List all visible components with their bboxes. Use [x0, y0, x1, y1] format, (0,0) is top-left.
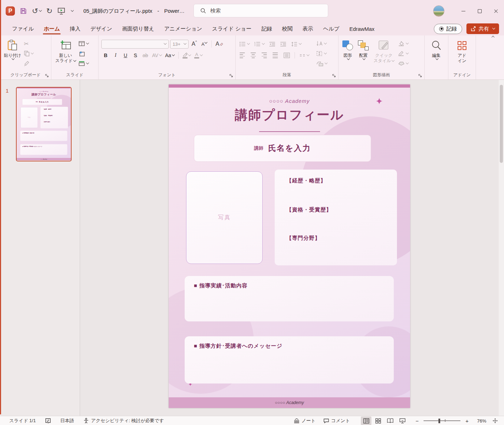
align-text-button[interactable] [315, 50, 328, 57]
scrollbar-thumb[interactable] [500, 85, 503, 163]
font-name-combo[interactable] [101, 40, 169, 49]
powerpoint-app-icon[interactable]: P [6, 6, 15, 16]
slideshow-view-button[interactable] [397, 416, 408, 425]
drawing-dialog-launcher[interactable] [418, 74, 422, 78]
profile-info-card[interactable]: 【経歴・略歴】 【資格・受賞歴】 【専門分野】 [275, 170, 397, 265]
clipboard-dialog-launcher[interactable] [45, 74, 49, 78]
undo-button[interactable]: ↺ [32, 7, 41, 15]
vertical-scrollbar[interactable] [499, 80, 504, 416]
copy-button[interactable] [23, 50, 34, 57]
zoom-in-button[interactable]: + [464, 418, 470, 424]
zoom-level[interactable]: 76% [471, 418, 486, 424]
shadow-button[interactable]: S [131, 51, 140, 60]
reset-slide-button[interactable] [78, 50, 90, 57]
comments-button[interactable]: コメント [320, 416, 353, 425]
slide-canvas[interactable]: ○○○○ Academy 講師プロフィール 講師 氏名を入力 写真 【経歴・略歴… [80, 80, 504, 416]
decrease-indent-button[interactable] [268, 40, 276, 48]
editing-button[interactable]: 編集 [429, 38, 443, 79]
tab-insert[interactable]: 挿入 [65, 22, 85, 35]
highlighter-icon [183, 53, 187, 59]
tab-record[interactable]: 記録 [257, 22, 277, 35]
slide-brand[interactable]: ○○○○ Academy [169, 98, 410, 104]
collapse-ribbon-button[interactable] [492, 36, 494, 39]
bold-button[interactable]: B [101, 51, 110, 60]
slide-sorter-view-button[interactable] [373, 416, 383, 425]
italic-button[interactable]: I [111, 51, 120, 60]
slide-layout-button[interactable] [78, 40, 90, 48]
zoom-slider-thumb[interactable] [438, 419, 440, 423]
normal-view-button[interactable] [361, 416, 371, 425]
shape-fill-button[interactable] [397, 40, 409, 48]
numbering-button[interactable] [253, 40, 265, 48]
record-button[interactable]: 記録 [434, 24, 462, 34]
spellcheck-button[interactable] [45, 418, 51, 424]
columns-button[interactable] [298, 51, 310, 59]
language-button[interactable]: 日本語 [60, 418, 74, 424]
user-avatar[interactable] [433, 5, 444, 17]
maximize-button[interactable] [471, 0, 488, 22]
drawing-group-label: 図形描画 [338, 72, 424, 78]
character-spacing-button[interactable]: AV [151, 51, 163, 60]
chevron-down-icon [299, 42, 302, 45]
increase-indent-button[interactable] [279, 40, 287, 48]
section-button[interactable] [78, 60, 90, 67]
cut-button[interactable]: ✂ [23, 40, 34, 48]
format-painter-button[interactable] [23, 60, 34, 67]
grow-font-button[interactable]: A^ [190, 39, 198, 49]
line-spacing-button[interactable] [290, 40, 302, 48]
minimize-button[interactable] [455, 0, 471, 22]
customize-qat-button[interactable] [70, 10, 73, 12]
activity-card[interactable]: ■ 指導実績･活動内容 [185, 276, 394, 321]
distribute-text-button[interactable] [282, 51, 291, 59]
align-right-button[interactable] [261, 51, 268, 59]
instructor-name-card[interactable]: 講師 氏名を入力 [194, 135, 371, 162]
accessibility-button[interactable]: アクセシビリティ: 検討が必要です [83, 418, 164, 424]
change-case-button[interactable]: Aa [164, 51, 175, 60]
text-direction-button[interactable] [315, 40, 328, 48]
shrink-font-button[interactable]: A [200, 39, 208, 49]
share-label: 共有 [478, 26, 489, 32]
align-left-button[interactable] [239, 51, 246, 59]
strikethrough-button[interactable]: ab [141, 51, 150, 60]
tab-home[interactable]: ホーム [39, 22, 65, 35]
convert-smartart-button[interactable] [315, 60, 328, 67]
save-button[interactable] [20, 7, 27, 15]
notes-button[interactable]: ノート [290, 416, 319, 425]
justify-button[interactable] [271, 51, 279, 59]
tab-transitions[interactable]: 画面切り替え [117, 22, 159, 35]
paragraph-dialog-launcher[interactable] [332, 74, 336, 78]
font-color-button[interactable]: A [193, 51, 203, 60]
font-dialog-launcher[interactable] [229, 74, 233, 78]
slide-thumbnail[interactable]: ○○○○ Academy 講師プロフィール 講師氏名を入力 写真 【経歴・略歴】… [16, 87, 72, 161]
photo-placeholder[interactable]: 写真 [186, 171, 263, 264]
font-size-combo[interactable]: 13+ [170, 40, 189, 49]
tab-review[interactable]: 校閲 [277, 22, 298, 35]
tab-animations[interactable]: アニメーション [159, 22, 207, 35]
redo-button[interactable]: ↻ [46, 7, 53, 15]
start-slideshow-button[interactable] [57, 7, 65, 15]
shape-fill-icon [398, 41, 404, 46]
tab-help[interactable]: ヘルプ [318, 22, 345, 35]
tab-view[interactable]: 表示 [298, 22, 318, 35]
tab-design[interactable]: デザイン [85, 22, 117, 35]
tab-slideshow[interactable]: スライド ショー [207, 22, 256, 35]
clear-formatting-button[interactable]: A [214, 39, 224, 49]
shape-outline-button[interactable] [397, 50, 409, 57]
tab-file[interactable]: ファイル [7, 22, 39, 35]
zoom-out-button[interactable]: − [414, 418, 420, 424]
slide-title[interactable]: 講師プロフィール [169, 106, 410, 124]
close-button[interactable] [488, 0, 504, 22]
share-button[interactable]: 共有 [466, 23, 499, 34]
zoom-slider[interactable] [424, 420, 460, 421]
fit-slide-to-window-button[interactable] [490, 416, 500, 425]
tab-edrawmax[interactable]: EdrawMax [345, 22, 380, 35]
slide-editor[interactable]: ○○○○ Academy 講師プロフィール 講師 氏名を入力 写真 【経歴・略歴… [169, 84, 410, 408]
bullets-button[interactable] [239, 40, 251, 48]
align-center-button[interactable] [250, 51, 257, 59]
text-highlight-button[interactable] [181, 51, 192, 60]
shape-effects-button[interactable] [397, 60, 409, 67]
reading-view-button[interactable] [385, 416, 396, 425]
search-input[interactable]: 検索 [194, 4, 328, 17]
underline-button[interactable]: U [121, 51, 130, 60]
message-card[interactable]: ■ 指導方針･受講者へのメッセージ [185, 336, 394, 383]
